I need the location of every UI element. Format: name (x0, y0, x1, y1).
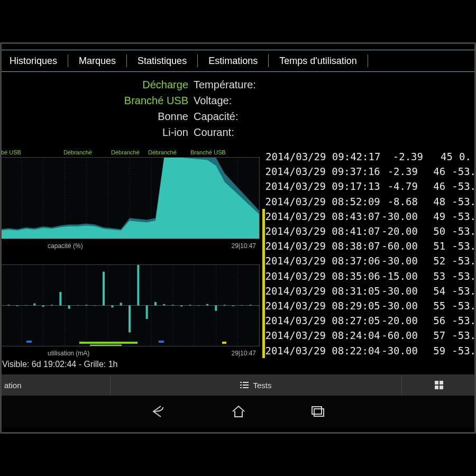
svg-rect-63 (159, 341, 164, 343)
label-current: Courant: (194, 124, 299, 140)
status-discharge: Décharge (85, 77, 190, 93)
log-row[interactable]: 2014/03/29 08:52:09-8.6848-53. (262, 194, 476, 209)
home-button[interactable] (231, 404, 246, 419)
chart-xlabel-capacity: capacité (%) (48, 242, 83, 250)
tab-row: Historiques Marques Statistiques Estimat… (0, 50, 476, 72)
visible-range-label: Visible: 6d 19:02:44 - Grille: 1h (2, 360, 118, 369)
svg-rect-64 (222, 342, 226, 344)
log-row[interactable]: 2014/03/29 08:37:06-30.0052-53. (262, 253, 476, 268)
svg-rect-65 (240, 382, 242, 383)
utilisation-plot[interactable] (0, 265, 259, 346)
label-temperature: Température: (194, 77, 299, 93)
log-row[interactable]: 2014/03/29 09:42:17-2.39450. (262, 149, 476, 164)
marker-label: Débranché (148, 149, 177, 155)
svg-rect-74 (440, 386, 443, 389)
svg-rect-62 (26, 341, 32, 343)
bottom-tests-label: Tests (253, 381, 271, 390)
marker-label: Débranché (111, 149, 140, 155)
svg-rect-70 (243, 387, 249, 388)
list-icon (240, 381, 249, 389)
tab-historiques[interactable]: Historiques (0, 50, 67, 71)
svg-rect-66 (243, 382, 249, 383)
log-row[interactable]: 2014/03/29 09:37:16-2.3946-53. (262, 164, 476, 179)
chart-xlabel-util: utilisation (mA) (48, 350, 89, 357)
chart-markers: bé USB Débranché Débranché Débranché Bra… (0, 149, 259, 157)
back-button[interactable] (150, 404, 167, 419)
status-tech: Li-ion (85, 124, 190, 140)
log-row[interactable]: 2014/03/29 08:31:05-30.0054-53. (262, 283, 476, 298)
bottom-left-button[interactable]: ation (0, 374, 111, 396)
chart-utilisation[interactable]: utilisation (mA) 29|10:47 (0, 255, 259, 359)
svg-rect-72 (440, 381, 443, 385)
log-row[interactable]: 2014/03/29 09:17:13-4.7946-53. (262, 179, 476, 194)
status-plugged: Branché USB (85, 93, 190, 108)
capacity-plot[interactable] (0, 158, 259, 239)
tab-estimations[interactable]: Estimations (199, 50, 267, 71)
svg-rect-73 (435, 386, 438, 389)
log-table[interactable]: 2014/03/29 09:42:17-2.39450.2014/03/29 0… (262, 149, 476, 358)
label-capacity: Capacité: (194, 108, 299, 124)
recent-apps-button[interactable] (310, 405, 326, 418)
tab-temps-utilisation[interactable]: Temps d'utilisation (270, 50, 367, 71)
status-good: Bonne (85, 108, 190, 124)
log-row[interactable]: 2014/03/29 08:24:04-60.0057-53. (262, 328, 476, 343)
log-row[interactable]: 2014/03/29 08:29:05-30.0055-53. (262, 298, 476, 313)
log-row[interactable]: 2014/03/29 08:43:07-30.0049-53. (262, 209, 476, 224)
tab-statistiques[interactable]: Statistiques (128, 50, 196, 71)
system-nav-bar (0, 396, 476, 427)
chart-xrange-capacity: 29|10:47 (232, 242, 257, 250)
label-voltage: Voltage: (194, 93, 299, 108)
chart-xrange-util: 29|10:47 (232, 350, 257, 357)
graphs-zone: bé USB Débranché Débranché Débranché Bra… (0, 148, 259, 360)
svg-rect-75 (312, 407, 322, 414)
log-row[interactable]: 2014/03/29 08:35:06-15.0053-53. (262, 269, 476, 283)
grid-icon (435, 381, 443, 389)
svg-rect-67 (240, 385, 242, 386)
svg-rect-76 (314, 409, 324, 416)
log-row[interactable]: 2014/03/29 08:38:07-60.0051-53. (262, 239, 476, 253)
log-row[interactable]: 2014/03/29 08:41:07-20.0050-53. (262, 224, 476, 239)
tab-marques[interactable]: Marques (69, 50, 125, 71)
log-row[interactable]: 2014/03/29 08:27:05-20.0056-53. (262, 313, 476, 328)
log-row[interactable]: 2014/03/29 08:22:04-30.0059-53. (262, 343, 476, 358)
bottom-bar: ation Tests (0, 374, 476, 396)
svg-rect-69 (240, 387, 242, 388)
bottom-grid-button[interactable] (402, 374, 476, 396)
bottom-tests-button[interactable]: Tests (111, 374, 402, 396)
chart-capacity[interactable]: bé USB Débranché Débranché Débranché Bra… (0, 148, 259, 251)
marker-label: Débranché (63, 149, 92, 155)
marker-label: bé USB (1, 149, 21, 155)
svg-rect-71 (435, 381, 438, 385)
svg-rect-68 (243, 385, 249, 386)
marker-label: Branché USB (190, 149, 226, 155)
status-block: Décharge Température: Branché USB Voltag… (85, 77, 370, 140)
